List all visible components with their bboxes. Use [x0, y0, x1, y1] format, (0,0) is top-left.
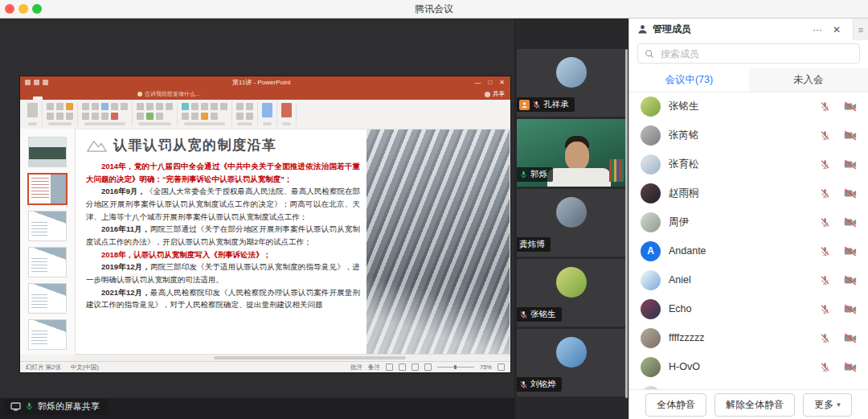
ppt-ribbon-tab[interactable]: [33, 97, 43, 100]
video-tile[interactable]: 孔祥承: [517, 49, 626, 117]
ribbon-button[interactable]: [211, 103, 218, 110]
video-tile[interactable]: 龚炜博: [517, 189, 626, 257]
ribbon-button[interactable]: [246, 103, 253, 110]
member-mic-muted-icon[interactable]: [820, 130, 830, 141]
ribbon-button[interactable]: [220, 103, 227, 110]
more-button[interactable]: 更多 ▾: [803, 393, 852, 417]
more-options-icon[interactable]: ···: [813, 25, 822, 35]
ribbon-button[interactable]: [101, 103, 108, 110]
ribbon-button[interactable]: [66, 113, 73, 120]
slide-thumbnail[interactable]: [28, 211, 67, 241]
ribbon-group-drawing[interactable]: [178, 102, 232, 126]
comments-button[interactable]: 批注: [350, 364, 362, 372]
member-row[interactable]: ffffzzzzz: [629, 323, 868, 352]
ribbon-button[interactable]: [211, 113, 218, 120]
ppt-minimize-icon[interactable]: —: [474, 76, 481, 88]
ribbon-button[interactable]: [111, 103, 118, 110]
tab-not-joined[interactable]: 未入会: [749, 68, 868, 92]
zoom-percentage[interactable]: 75%: [480, 364, 492, 371]
ppt-close-icon[interactable]: ✕: [499, 76, 505, 88]
member-row[interactable]: 张芮铭: [629, 121, 868, 150]
ppt-ribbon-tab[interactable]: [52, 97, 62, 100]
member-row[interactable]: 张育松: [629, 150, 868, 179]
ppt-ribbon-tab[interactable]: [100, 97, 110, 100]
ribbon-button[interactable]: [236, 103, 244, 110]
ribbon-button[interactable]: [201, 113, 208, 120]
ribbon-button[interactable]: [111, 113, 118, 120]
ribbon-group-editing[interactable]: [232, 102, 258, 126]
member-search-box[interactable]: [637, 43, 860, 64]
ppt-ribbon-tab[interactable]: [23, 97, 33, 100]
slide-sorter-view-icon[interactable]: [399, 364, 406, 371]
ppt-maximize-icon[interactable]: □: [488, 76, 492, 88]
ribbon-button[interactable]: [146, 113, 154, 120]
ribbon-button[interactable]: [146, 103, 154, 110]
ribbon-button[interactable]: [191, 103, 199, 110]
unmute-all-button[interactable]: 解除全体静音: [714, 393, 795, 417]
ribbon-group-baidu-netdisk[interactable]: [258, 102, 277, 126]
baidu-netdisk-icon[interactable]: [262, 103, 272, 117]
ribbon-button[interactable]: [156, 113, 163, 120]
ribbon-button[interactable]: [246, 113, 253, 120]
slide-thumbnail[interactable]: [28, 319, 67, 350]
ppt-ribbon-tab[interactable]: [72, 97, 81, 100]
ppt-quick-access-toolbar[interactable]: [25, 80, 48, 85]
member-mic-muted-icon[interactable]: [820, 362, 830, 372]
fit-to-window-icon[interactable]: [497, 364, 505, 371]
member-row[interactable]: Echo: [629, 294, 868, 323]
tiles-scrollbar[interactable]: [625, 49, 628, 398]
member-camera-off-icon[interactable]: [844, 275, 857, 285]
ribbon-button[interactable]: [166, 103, 173, 110]
search-input[interactable]: [659, 47, 853, 60]
ppt-ribbon-tab[interactable]: [62, 97, 72, 100]
slide-thumbnail[interactable]: [28, 247, 67, 277]
member-camera-off-icon[interactable]: [844, 362, 857, 372]
ribbon-button[interactable]: [82, 113, 89, 120]
ppt-window-controls[interactable]: — □ ✕: [474, 76, 505, 88]
ppt-share-button[interactable]: 共享: [485, 90, 505, 98]
slide-thumbnail[interactable]: [27, 173, 68, 205]
tab-in-meeting[interactable]: 会议中(73): [629, 68, 749, 92]
ppt-ribbon-tab[interactable]: [43, 97, 52, 100]
normal-view-icon[interactable]: [386, 364, 393, 371]
ppt-ribbon-tab[interactable]: [81, 97, 91, 100]
ribbon-button[interactable]: [82, 103, 89, 110]
member-mic-muted-icon[interactable]: [820, 188, 830, 199]
ppt-horizontal-scrollbar[interactable]: [75, 354, 510, 361]
ribbon-group-slides[interactable]: [43, 102, 78, 126]
ppt-tellme-search[interactable]: 告诉我你想要做什么…: [137, 90, 201, 98]
ribbon-group-adobe-pdf[interactable]: [277, 102, 297, 126]
ribbon-button[interactable]: [56, 103, 63, 110]
zoom-slider-knob[interactable]: [454, 365, 457, 369]
scrollbar-thumb[interactable]: [214, 356, 405, 359]
member-mic-muted-icon[interactable]: [820, 246, 830, 257]
ribbon-button[interactable]: [92, 103, 99, 110]
member-row[interactable]: 张铭生: [629, 92, 868, 121]
ribbon-button[interactable]: [156, 103, 163, 110]
slide-canvas[interactable]: 认罪认罚从宽的制度沿革 2014年，党的十八届四中全会通过《中共中央关于全面推进…: [76, 129, 510, 354]
ribbon-button[interactable]: [137, 103, 144, 110]
ribbon-button[interactable]: [47, 113, 54, 120]
ppt-ribbon-tab[interactable]: [91, 97, 100, 100]
ribbon-button[interactable]: [182, 113, 189, 120]
ribbon-button[interactable]: [101, 113, 108, 120]
ppt-ribbon-tab[interactable]: [120, 97, 129, 100]
member-mic-muted-icon[interactable]: [820, 304, 830, 314]
video-tile[interactable]: 刘铭烨: [517, 329, 626, 396]
member-camera-off-icon[interactable]: [844, 188, 857, 199]
member-row[interactable]: H-OvO: [629, 352, 868, 381]
member-row[interactable]: 赵雨桐: [629, 179, 868, 207]
ribbon-button[interactable]: [121, 103, 128, 110]
ribbon-button[interactable]: [201, 103, 208, 110]
slide-thumbnail[interactable]: [28, 137, 67, 167]
member-camera-off-icon[interactable]: [844, 304, 857, 314]
member-camera-off-icon[interactable]: [844, 130, 857, 141]
member-camera-off-icon[interactable]: [844, 217, 857, 228]
member-mic-muted-icon[interactable]: [820, 275, 830, 285]
ribbon-button[interactable]: [56, 113, 63, 120]
slideshow-view-icon[interactable]: [424, 364, 432, 371]
member-row[interactable]: A Andante: [629, 236, 868, 265]
member-mic-muted-icon[interactable]: [820, 217, 830, 228]
ribbon-group-paragraph[interactable]: [133, 102, 178, 126]
member-camera-off-icon[interactable]: [844, 333, 857, 343]
